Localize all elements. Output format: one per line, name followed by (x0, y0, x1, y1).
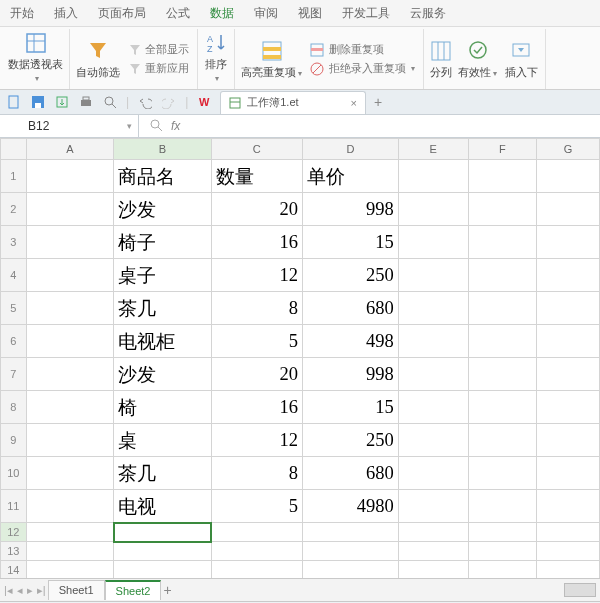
cell-C5[interactable]: 8 (211, 292, 302, 325)
cell-B1[interactable]: 商品名 (114, 160, 211, 193)
row-header-1[interactable]: 1 (1, 160, 27, 193)
tab-视图[interactable]: 视图 (288, 0, 332, 26)
cell-E13[interactable] (398, 542, 468, 561)
cell-G9[interactable] (537, 424, 600, 457)
cell-D6[interactable]: 498 (302, 325, 398, 358)
cell-E14[interactable] (398, 561, 468, 579)
cell-A3[interactable] (26, 226, 114, 259)
name-box[interactable]: B12 ▾ (0, 115, 139, 137)
cell-A9[interactable] (26, 424, 114, 457)
cell-D9[interactable]: 250 (302, 424, 398, 457)
autofilter-button[interactable]: 自动筛选 (76, 39, 120, 80)
cell-B11[interactable]: 电视 (114, 490, 211, 523)
row-header-5[interactable]: 5 (1, 292, 27, 325)
cell-B6[interactable]: 电视柜 (114, 325, 211, 358)
cell-A7[interactable] (26, 358, 114, 391)
cell-F4[interactable] (468, 259, 537, 292)
cell-F11[interactable] (468, 490, 537, 523)
row-header-9[interactable]: 9 (1, 424, 27, 457)
cell-B5[interactable]: 茶几 (114, 292, 211, 325)
undo-icon[interactable] (137, 94, 153, 110)
preview-icon[interactable] (102, 94, 118, 110)
cell-A10[interactable] (26, 457, 114, 490)
cell-C11[interactable]: 5 (211, 490, 302, 523)
add-sheet-button[interactable]: + (163, 582, 171, 598)
cell-F3[interactable] (468, 226, 537, 259)
cell-B2[interactable]: 沙发 (114, 193, 211, 226)
tab-公式[interactable]: 公式 (156, 0, 200, 26)
hscroll-thumb[interactable] (564, 583, 596, 597)
new-tab-button[interactable]: + (374, 94, 382, 110)
cell-F8[interactable] (468, 391, 537, 424)
cell-A2[interactable] (26, 193, 114, 226)
cell-G10[interactable] (537, 457, 600, 490)
cell-F10[interactable] (468, 457, 537, 490)
row-header-6[interactable]: 6 (1, 325, 27, 358)
fx-icon[interactable]: fx (171, 119, 180, 133)
cell-G3[interactable] (537, 226, 600, 259)
cell-C9[interactable]: 12 (211, 424, 302, 457)
row-header-12[interactable]: 12 (1, 523, 27, 542)
cell-B13[interactable] (114, 542, 211, 561)
cell-G7[interactable] (537, 358, 600, 391)
cell-F6[interactable] (468, 325, 537, 358)
cell-F14[interactable] (468, 561, 537, 579)
cell-D4[interactable]: 250 (302, 259, 398, 292)
row-header-4[interactable]: 4 (1, 259, 27, 292)
fx-search-icon[interactable] (149, 118, 163, 135)
cell-E6[interactable] (398, 325, 468, 358)
cell-D10[interactable]: 680 (302, 457, 398, 490)
cell-B4[interactable]: 桌子 (114, 259, 211, 292)
cell-E9[interactable] (398, 424, 468, 457)
cell-C4[interactable]: 12 (211, 259, 302, 292)
cell-C10[interactable]: 8 (211, 457, 302, 490)
validation-button[interactable]: 有效性▾ (458, 39, 497, 80)
worksheet-grid[interactable]: ABCDEFG1商品名数量单价2沙发209983椅子16154桌子122505茶… (0, 138, 600, 578)
cell-G14[interactable] (537, 561, 600, 579)
cell-B12[interactable] (114, 523, 211, 542)
cell-E1[interactable] (398, 160, 468, 193)
sheet-tab-Sheet2[interactable]: Sheet2 (105, 580, 162, 600)
cell-E7[interactable] (398, 358, 468, 391)
reject-dup-button[interactable]: 拒绝录入重复项▾ (308, 60, 417, 77)
insert-dropdown-button[interactable]: 插入下 (503, 39, 539, 80)
cell-E12[interactable] (398, 523, 468, 542)
cell-G5[interactable] (537, 292, 600, 325)
text-to-columns-button[interactable]: 分列 (430, 39, 452, 80)
row-header-2[interactable]: 2 (1, 193, 27, 226)
cell-E10[interactable] (398, 457, 468, 490)
cell-A12[interactable] (26, 523, 114, 542)
new-icon[interactable] (6, 94, 22, 110)
cell-C14[interactable] (211, 561, 302, 579)
cell-C1[interactable]: 数量 (211, 160, 302, 193)
cell-B9[interactable]: 桌 (114, 424, 211, 457)
tab-开发工具[interactable]: 开发工具 (332, 0, 400, 26)
cell-C13[interactable] (211, 542, 302, 561)
cell-A6[interactable] (26, 325, 114, 358)
cell-A4[interactable] (26, 259, 114, 292)
cell-B10[interactable]: 茶几 (114, 457, 211, 490)
cell-F7[interactable] (468, 358, 537, 391)
cell-D2[interactable]: 998 (302, 193, 398, 226)
sort-button[interactable]: AZ 排序 ▾ (204, 31, 228, 83)
cell-G4[interactable] (537, 259, 600, 292)
cell-C2[interactable]: 20 (211, 193, 302, 226)
cell-G11[interactable] (537, 490, 600, 523)
print-icon[interactable] (78, 94, 94, 110)
cell-A13[interactable] (26, 542, 114, 561)
tab-审阅[interactable]: 审阅 (244, 0, 288, 26)
cell-G12[interactable] (537, 523, 600, 542)
row-header-7[interactable]: 7 (1, 358, 27, 391)
save-icon[interactable] (30, 94, 46, 110)
cell-F9[interactable] (468, 424, 537, 457)
cell-G8[interactable] (537, 391, 600, 424)
row-header-11[interactable]: 11 (1, 490, 27, 523)
cell-C12[interactable] (211, 523, 302, 542)
tab-开始[interactable]: 开始 (0, 0, 44, 26)
show-all-button[interactable]: 全部显示 (126, 41, 191, 58)
highlight-dup-button[interactable]: 高亮重复项▾ (241, 39, 302, 80)
tab-云服务[interactable]: 云服务 (400, 0, 456, 26)
cell-D13[interactable] (302, 542, 398, 561)
cell-A1[interactable] (26, 160, 114, 193)
select-all[interactable] (1, 139, 27, 160)
